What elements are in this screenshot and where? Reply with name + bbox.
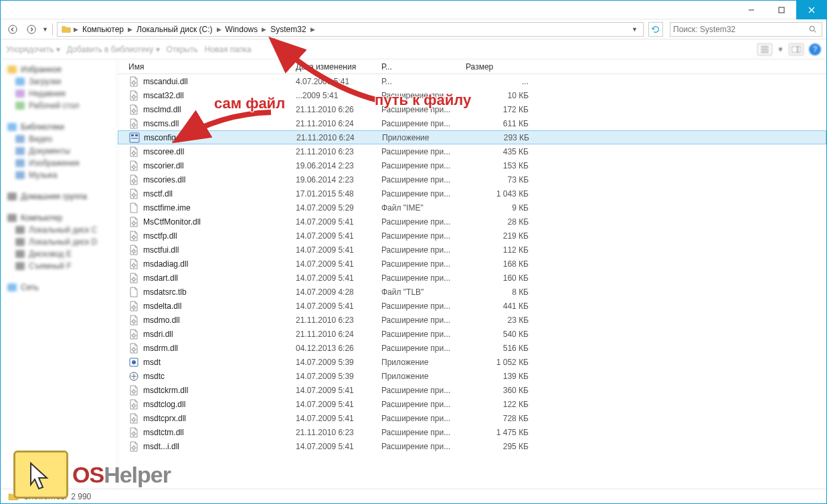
table-row[interactable]: mscandui.dll4.07.2009 5:41Р...... xyxy=(118,74,826,88)
file-type-cell: Расширение при... xyxy=(376,414,460,423)
history-dropdown-icon[interactable]: ▼ xyxy=(42,26,48,33)
file-date-cell: 14.07.2009 5:29 xyxy=(290,203,376,213)
refresh-button[interactable] xyxy=(648,22,663,37)
file-name-cell: msdtckrm.dll xyxy=(123,385,290,396)
file-type-icon xyxy=(128,76,139,87)
table-row[interactable]: MsCtfMonitor.dll14.07.2009 5:41Расширени… xyxy=(118,215,826,229)
address-bar[interactable]: ▶ Компьютер ▶ Локальный диск (C:) ▶ Wind… xyxy=(57,22,644,37)
view-toggle-icon[interactable] xyxy=(757,43,772,55)
breadcrumb-dropdown-icon[interactable]: ▼ xyxy=(629,26,640,33)
file-name-cell: mscoree.dll xyxy=(123,146,290,157)
table-row[interactable]: mscories.dll19.06.2014 2:23Расширение пр… xyxy=(118,172,826,186)
table-row[interactable]: msctfui.dll14.07.2009 5:41Расширение при… xyxy=(118,243,826,257)
file-size-cell: 728 КБ xyxy=(460,414,534,423)
file-name-cell: msctfime.ime xyxy=(123,203,290,213)
file-name-cell: msdart.dll xyxy=(123,273,290,283)
file-name-cell: msdrm.dll xyxy=(123,343,290,354)
file-size-cell: 516 КБ xyxy=(460,344,534,353)
svg-rect-11 xyxy=(135,134,138,136)
chevron-right-icon[interactable]: ▶ xyxy=(74,26,78,33)
file-size-cell: 1 043 КБ xyxy=(460,189,534,199)
table-row[interactable]: mscat32.dll...2009 5:41Расширение при...… xyxy=(118,88,826,102)
breadcrumb-crumb-3[interactable]: System32 xyxy=(268,25,308,34)
chevron-right-icon[interactable]: ▶ xyxy=(217,26,221,33)
minimize-button[interactable] xyxy=(736,1,766,19)
maximize-button[interactable] xyxy=(766,1,796,19)
file-date-cell: 14.07.2009 5:41 xyxy=(290,273,376,283)
back-button[interactable] xyxy=(5,21,21,37)
file-size-cell: 112 КБ xyxy=(460,245,534,255)
file-type-cell: Расширение при... xyxy=(376,161,460,170)
file-type-cell: Расширение при... xyxy=(376,386,460,395)
file-date-cell: 21.11.2010 6:24 xyxy=(290,330,376,339)
forward-button[interactable] xyxy=(23,21,39,37)
search-input[interactable] xyxy=(673,25,819,34)
close-button[interactable] xyxy=(796,1,826,19)
file-name-cell: msdt...i.dll xyxy=(123,441,290,452)
table-row[interactable]: msctf.dll17.01.2015 5:48Расширение при..… xyxy=(118,186,826,201)
breadcrumb-crumb-1[interactable]: Локальный диск (C:) xyxy=(134,25,215,34)
file-date-cell: 04.12.2013 6:26 xyxy=(290,344,376,353)
table-row[interactable]: msdrm.dll04.12.2013 6:26Расширение при..… xyxy=(118,341,826,355)
table-row[interactable]: msdatsrc.tlb14.07.2009 4:28Файл "TLB"8 К… xyxy=(118,285,826,299)
file-name-label: msdtcprx.dll xyxy=(143,414,186,423)
table-row[interactable]: msdart.dll14.07.2009 5:41Расширение при.… xyxy=(118,271,826,285)
table-row[interactable]: msdtckrm.dll14.07.2009 5:41Расширение пр… xyxy=(118,383,826,397)
table-row[interactable]: mscorier.dll19.06.2014 2:23Расширение пр… xyxy=(118,158,826,172)
table-row[interactable]: msdmo.dll21.11.2010 6:23Расширение при..… xyxy=(118,313,826,327)
table-row[interactable]: msdt14.07.2009 5:39Приложение1 052 КБ xyxy=(118,355,826,369)
breadcrumb-crumb-0[interactable]: Компьютер xyxy=(80,25,126,34)
table-row[interactable]: msdtcprx.dll14.07.2009 5:41Расширение пр… xyxy=(118,411,826,425)
table-row[interactable]: msdt...i.dll14.07.2009 5:41Расширение пр… xyxy=(118,439,826,453)
help-icon[interactable]: ? xyxy=(809,43,821,55)
table-row[interactable]: msdadiag.dll14.07.2009 5:41Расширение пр… xyxy=(118,257,826,271)
file-name-cell: msdatsrc.tlb xyxy=(123,287,290,297)
file-list[interactable]: mscandui.dll4.07.2009 5:41Р......mscat32… xyxy=(118,74,826,489)
file-type-cell: Расширение при... xyxy=(376,273,460,283)
column-size[interactable]: Размер xyxy=(460,62,534,72)
search-box[interactable] xyxy=(670,22,822,37)
chevron-right-icon[interactable]: ▶ xyxy=(128,26,132,33)
file-size-cell: 153 КБ xyxy=(460,161,534,170)
chevron-down-icon[interactable]: ▼ xyxy=(777,46,784,53)
table-row[interactable]: mscms.dll21.11.2010 6:24Расширение при..… xyxy=(118,116,826,130)
file-date-cell: 14.07.2009 5:39 xyxy=(290,372,376,381)
table-row[interactable]: msctfp.dll14.07.2009 5:41Расширение при.… xyxy=(118,229,826,243)
statusbar: Элементов: 2 990 xyxy=(1,489,826,503)
table-row[interactable]: msdelta.dll14.07.2009 5:41Расширение при… xyxy=(118,299,826,313)
breadcrumb-crumb-2[interactable]: Windows xyxy=(223,25,261,34)
file-name-label: msdtclog.dll xyxy=(143,400,185,409)
table-row[interactable]: msdtctm.dll21.11.2010 6:23Расширение при… xyxy=(118,425,826,439)
file-size-cell: 540 КБ xyxy=(460,330,534,339)
table-row[interactable]: msdri.dll21.11.2010 6:24Расширение при..… xyxy=(118,327,826,341)
file-name-label: msdart.dll xyxy=(143,273,178,283)
file-type-icon xyxy=(128,413,139,424)
table-row[interactable]: msclmd.dll21.11.2010 6:26Расширение при.… xyxy=(118,102,826,116)
table-row[interactable]: mscoree.dll21.11.2010 6:23Расширение при… xyxy=(118,144,826,158)
file-size-cell: 1 475 КБ xyxy=(460,428,534,437)
file-type-icon xyxy=(128,217,139,227)
file-date-cell: 21.11.2010 6:24 xyxy=(290,119,376,128)
table-row[interactable]: msdtc14.07.2009 5:39Приложение139 КБ xyxy=(118,369,826,383)
svg-point-27 xyxy=(132,360,136,364)
file-type-cell: Расширение при... xyxy=(376,301,460,311)
file-size-cell: 295 КБ xyxy=(460,442,534,451)
navigation-pane[interactable]: Избранное Загрузки Недавние Рабочий стол… xyxy=(1,59,118,489)
table-row[interactable]: msdtclog.dll14.07.2009 5:41Расширение пр… xyxy=(118,397,826,411)
file-type-cell: Расширение при... xyxy=(376,259,460,269)
column-type[interactable]: Р... xyxy=(376,62,460,72)
file-size-cell: 9 КБ xyxy=(460,203,534,213)
column-name[interactable]: Имя xyxy=(123,62,290,72)
file-size-cell: 435 КБ xyxy=(460,147,534,156)
file-date-cell: 19.06.2014 2:23 xyxy=(290,161,376,170)
chevron-right-icon[interactable]: ▶ xyxy=(310,26,315,33)
chevron-right-icon[interactable]: ▶ xyxy=(262,26,266,33)
file-name-label: MsCtfMonitor.dll xyxy=(143,217,201,227)
table-row[interactable]: msconfig21.11.2010 6:24Приложение293 КБ xyxy=(118,130,826,144)
preview-pane-icon[interactable] xyxy=(789,43,804,55)
file-name-cell: msclmd.dll xyxy=(123,104,290,115)
file-type-cell: Расширение при... xyxy=(376,400,460,409)
table-row[interactable]: msctfime.ime14.07.2009 5:29Файл "IME"9 К… xyxy=(118,201,826,215)
column-date[interactable]: Дата изменения xyxy=(290,62,376,72)
file-type-icon xyxy=(128,357,139,368)
